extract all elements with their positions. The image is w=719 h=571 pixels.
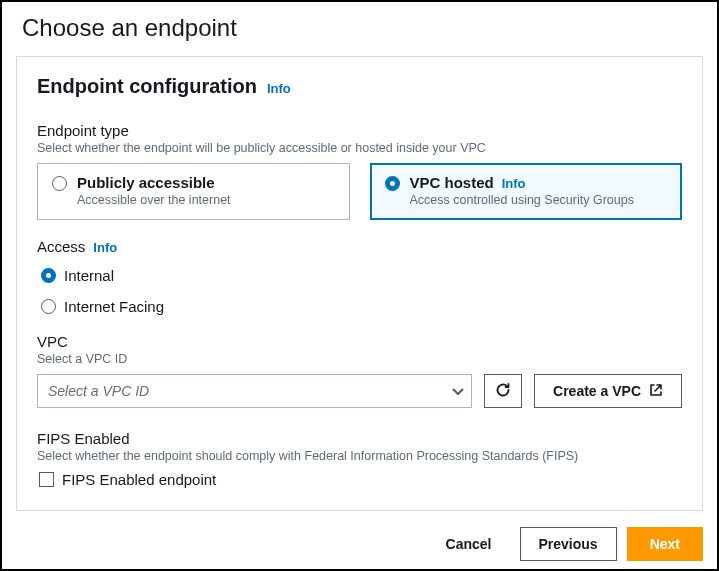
vpc-section: VPC Select a VPC ID Select a VPC ID Crea… [37, 333, 682, 408]
tile-body: VPC hosted Info Access controlled using … [410, 174, 668, 207]
radio-label: Internal [64, 267, 114, 284]
endpoint-type-tiles: Publicly accessible Accessible over the … [37, 163, 682, 220]
panel-info-link[interactable]: Info [267, 81, 291, 96]
radio-icon [52, 176, 67, 191]
tile-title: Publicly accessible [77, 174, 215, 191]
vpc-hint: Select a VPC ID [37, 352, 682, 366]
tile-title: VPC hosted [410, 174, 494, 191]
tile-desc: Access controlled using Security Groups [410, 193, 668, 207]
vpc-select[interactable]: Select a VPC ID [37, 374, 472, 408]
fips-section: FIPS Enabled Select whether the endpoint… [37, 430, 682, 488]
radio-icon [41, 299, 56, 314]
radio-label: Internet Facing [64, 298, 164, 315]
endpoint-type-section: Endpoint type Select whether the endpoin… [37, 122, 682, 220]
create-vpc-button[interactable]: Create a VPC [534, 374, 682, 408]
cancel-button[interactable]: Cancel [428, 527, 510, 561]
fips-checkbox[interactable]: FIPS Enabled endpoint [37, 471, 682, 488]
next-button[interactable]: Next [627, 527, 703, 561]
radio-internal[interactable]: Internal [37, 267, 682, 284]
vpc-label: VPC [37, 333, 682, 350]
external-link-icon [649, 383, 663, 400]
radio-icon [385, 176, 400, 191]
access-section: Access Info Internal Internet Facing [37, 238, 682, 315]
wizard-footer: Cancel Previous Next [2, 521, 717, 571]
fips-hint: Select whether the endpoint should compl… [37, 449, 682, 463]
tile-publicly-accessible[interactable]: Publicly accessible Accessible over the … [37, 163, 350, 220]
fips-checkbox-label: FIPS Enabled endpoint [62, 471, 216, 488]
panel-title: Endpoint configuration [37, 75, 257, 98]
endpoint-config-panel: Endpoint configuration Info Endpoint typ… [16, 56, 703, 511]
tile-info-link[interactable]: Info [502, 176, 526, 191]
endpoint-type-label: Endpoint type [37, 122, 682, 139]
access-info-link[interactable]: Info [93, 240, 117, 255]
refresh-button[interactable] [484, 374, 522, 408]
previous-button[interactable]: Previous [520, 527, 617, 561]
access-label: Access [37, 238, 85, 255]
tile-desc: Accessible over the internet [77, 193, 335, 207]
fips-label: FIPS Enabled [37, 430, 682, 447]
refresh-icon [495, 382, 511, 401]
tile-body: Publicly accessible Accessible over the … [77, 174, 335, 207]
create-vpc-label: Create a VPC [553, 383, 641, 399]
checkbox-icon [39, 472, 54, 487]
vpc-select-placeholder: Select a VPC ID [37, 374, 472, 408]
radio-internet-facing[interactable]: Internet Facing [37, 298, 682, 315]
panel-header: Endpoint configuration Info [37, 75, 682, 98]
tile-vpc-hosted[interactable]: VPC hosted Info Access controlled using … [370, 163, 683, 220]
endpoint-type-hint: Select whether the endpoint will be publ… [37, 141, 682, 155]
radio-icon [41, 268, 56, 283]
page-title: Choose an endpoint [2, 2, 717, 56]
